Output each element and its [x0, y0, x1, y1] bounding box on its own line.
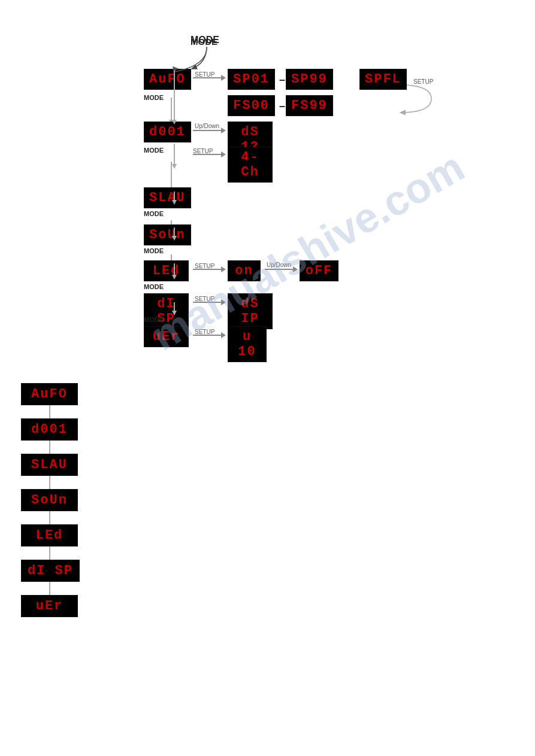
svg-text:MODE: MODE — [191, 35, 219, 45]
led-left: LEd — [21, 524, 78, 546]
off-display: oFF — [300, 260, 338, 281]
mode-label-d001: MODE — [144, 147, 164, 154]
mode-label-disp: MODE — [144, 316, 164, 323]
sp99-display: SP99 — [286, 69, 333, 90]
disp-left: dI SP — [21, 560, 80, 582]
sp01-display: SP01 — [228, 69, 275, 90]
watermark: manualshive.com — [143, 142, 472, 360]
setup-label-loop: SETUP — [413, 78, 433, 85]
slau-display: SLAU — [144, 187, 191, 208]
mode-label-slau: MODE — [144, 210, 164, 217]
4ch-display: 4-Ch — [228, 147, 273, 183]
slau-left: SLAU — [21, 454, 78, 476]
disp-display: dI SP — [144, 293, 189, 329]
fs99-display: FS99 — [286, 95, 333, 116]
u10-display: u 10 — [228, 326, 267, 362]
updown-label-d001: Up/Down — [195, 123, 219, 129]
auto-left: AuFO — [21, 383, 78, 405]
mode-label-led: MODE — [144, 283, 164, 290]
mode-label-soun: MODE — [144, 247, 164, 254]
uer-display: uEr — [144, 326, 189, 347]
mode-label-auto: MODE — [144, 94, 164, 101]
uer-left: uEr — [21, 595, 78, 617]
spfl-display: SPFL — [359, 69, 407, 90]
soun-display: SoUn — [144, 224, 191, 245]
auto-display: AuFO — [144, 69, 191, 90]
left-column: AuFO d001 SLAU SoUn LEd dI SP uEr — [21, 383, 80, 617]
soun-left: SoUn — [21, 489, 78, 511]
svg-text:MODE: MODE — [191, 37, 217, 47]
d001-display: d001 — [144, 122, 191, 142]
updown-label-led: Up/Down — [267, 262, 291, 268]
fs00-display: FS00 — [228, 95, 275, 116]
on-display: on — [228, 260, 261, 281]
d001-left: d001 — [21, 418, 78, 441]
led-display-item: LEd — [144, 260, 189, 281]
dsip-display: dS IP — [228, 293, 273, 329]
svg-marker-18 — [172, 164, 177, 169]
